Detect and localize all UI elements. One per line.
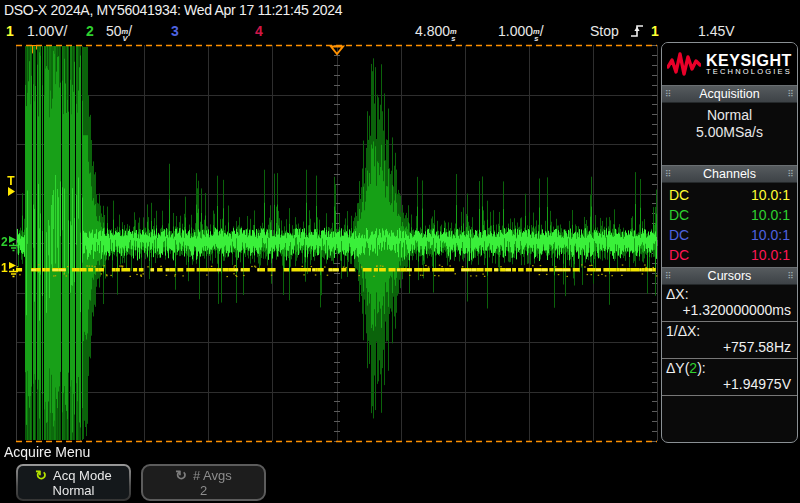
softkey-num-avgs[interactable]: ↻ # Avgs 2 bbox=[141, 464, 266, 501]
menu-title: Acquire Menu bbox=[4, 443, 90, 461]
cursors-panel: ΔX: +1.320000000ms 1/ΔX: +757.58Hz ΔY(2)… bbox=[662, 285, 797, 396]
softkey-acq-mode-value: Normal bbox=[18, 483, 129, 498]
cursor-dx-entry: ΔX: +1.320000000ms bbox=[662, 285, 797, 322]
rotate-select-icon: ↻ bbox=[35, 468, 47, 482]
ch1-ground-icon bbox=[8, 261, 20, 279]
timebase-readout[interactable]: 1.000ms/ bbox=[498, 20, 544, 42]
ch1-number[interactable]: 1 bbox=[6, 20, 14, 42]
grip-dots-icon: ⠿ bbox=[787, 269, 794, 283]
channel-row[interactable]: DC 10.0:1 bbox=[662, 205, 797, 225]
channel-row[interactable]: DC 10.0:1 bbox=[662, 225, 797, 245]
channels-panel: DC 10.0:1 DC 10.0:1 DC 10.0:1 DC 10.0:1 bbox=[662, 183, 797, 267]
ch1-coupling: DC bbox=[669, 185, 689, 205]
cursor-invdx-value: +757.58Hz bbox=[666, 339, 793, 355]
oscilloscope-screen: DSO-X 2024A, MY56041934: Wed Apr 17 11:2… bbox=[0, 0, 800, 503]
ch2-scale[interactable]: 50mV/ bbox=[106, 20, 132, 42]
channels-header[interactable]: ⠿ Channels ⠿ bbox=[662, 165, 797, 183]
ch2-ground-marker[interactable]: 2 bbox=[1, 235, 20, 253]
cursor-dx-label: ΔX: bbox=[666, 286, 793, 302]
grip-dots-icon: ⠿ bbox=[665, 269, 672, 283]
timebase-value: 1.000 bbox=[498, 23, 533, 39]
info-sidebar: KEYSIGHT TECHNOLOGIES ⠿ Acquisition ⠿ No… bbox=[661, 42, 798, 443]
ch4-probe: 10.0:1 bbox=[751, 245, 790, 265]
keysight-spark-icon bbox=[667, 51, 701, 77]
trigger-level-marker[interactable]: T bbox=[3, 176, 19, 196]
rising-edge-trigger-icon bbox=[630, 23, 644, 39]
ch2-number[interactable]: 2 bbox=[86, 20, 94, 42]
trigger-source[interactable]: 1 bbox=[651, 20, 659, 42]
ch3-number[interactable]: 3 bbox=[171, 20, 179, 42]
cursors-title: Cursors bbox=[708, 269, 752, 283]
ch2-probe: 10.0:1 bbox=[751, 205, 790, 225]
device-title: DSO-X 2024A, MY56041934: Wed Apr 17 11:2… bbox=[0, 0, 800, 20]
cursor-dx-value: +1.320000000ms bbox=[666, 302, 793, 318]
ch2-ground-label: 2 bbox=[1, 235, 8, 249]
trigger-level-label: T bbox=[7, 176, 14, 187]
channels-title: Channels bbox=[703, 167, 756, 181]
cursor-invdx-entry: 1/ΔX: +757.58Hz bbox=[662, 322, 797, 359]
grip-dots-icon: ⠿ bbox=[787, 87, 794, 101]
cursor-dy-entry: ΔY(2): +1.94975V bbox=[662, 359, 797, 396]
ch4-number[interactable]: 4 bbox=[255, 20, 263, 42]
brand-sub: TECHNOLOGIES bbox=[706, 68, 792, 76]
softkey-num-avgs-label: # Avgs bbox=[193, 468, 232, 483]
cursors-header[interactable]: ⠿ Cursors ⠿ bbox=[662, 267, 797, 285]
ch2-coupling: DC bbox=[669, 205, 689, 225]
ch2-scale-value: 50 bbox=[106, 23, 122, 39]
ch1-ground-marker[interactable]: 1 bbox=[1, 261, 20, 279]
cursor-dy-channel: 2 bbox=[689, 360, 697, 376]
trigger-arrow-icon bbox=[7, 187, 16, 196]
softkey-acq-mode[interactable]: ↻ Acq Mode Normal bbox=[16, 464, 131, 501]
grip-dots-icon: ⠿ bbox=[787, 167, 794, 181]
channel-row[interactable]: DC 10.0:1 bbox=[662, 185, 797, 205]
cursor-dy-value: +1.94975V bbox=[666, 376, 793, 392]
waveform-display[interactable] bbox=[0, 42, 661, 444]
ch1-ground-label: 1 bbox=[1, 261, 8, 275]
ch1-probe: 10.0:1 bbox=[751, 185, 790, 205]
grip-dots-icon: ⠿ bbox=[665, 167, 672, 181]
cursor-dy-label: ΔY(2): bbox=[666, 360, 793, 376]
softkey-acq-mode-label: Acq Mode bbox=[53, 468, 112, 483]
rotate-select-icon: ↻ bbox=[175, 468, 187, 482]
grip-dots-icon: ⠿ bbox=[665, 87, 672, 101]
delay-value: 4.800 bbox=[415, 23, 450, 39]
channel-row[interactable]: DC 10.0:1 bbox=[662, 245, 797, 265]
delay-readout[interactable]: 4.800ms bbox=[415, 20, 457, 42]
ch2-scale-suffix: / bbox=[128, 23, 132, 39]
timebase-suffix: / bbox=[540, 23, 544, 39]
keysight-logo: KEYSIGHT TECHNOLOGIES bbox=[662, 43, 797, 85]
delay-unit: ms bbox=[450, 29, 457, 42]
acquisition-title: Acquisition bbox=[699, 87, 759, 101]
acq-mode-value: Normal bbox=[662, 107, 797, 124]
brand-name: KEYSIGHT bbox=[706, 53, 792, 68]
trigger-level[interactable]: 1.45V bbox=[698, 20, 735, 42]
acquisition-header[interactable]: ⠿ Acquisition ⠿ bbox=[662, 85, 797, 103]
acquisition-panel: Normal 5.00MSa/s bbox=[662, 103, 797, 165]
ch3-coupling: DC bbox=[669, 225, 689, 245]
cursor-invdx-label: 1/ΔX: bbox=[666, 323, 793, 339]
ch4-coupling: DC bbox=[669, 245, 689, 265]
ch1-scale[interactable]: 1.00V/ bbox=[27, 20, 67, 42]
ch2-ground-icon bbox=[8, 235, 20, 253]
status-bar: 1 1.00V/ 2 50mV/ 3 4 4.800ms 1.000ms/ St… bbox=[0, 20, 800, 42]
timebase-unit: ms bbox=[533, 29, 540, 42]
softkey-num-avgs-value: 2 bbox=[143, 483, 264, 498]
sample-rate-value: 5.00MSa/s bbox=[662, 124, 797, 141]
run-state[interactable]: Stop bbox=[590, 20, 619, 42]
ch3-probe: 10.0:1 bbox=[751, 225, 790, 245]
